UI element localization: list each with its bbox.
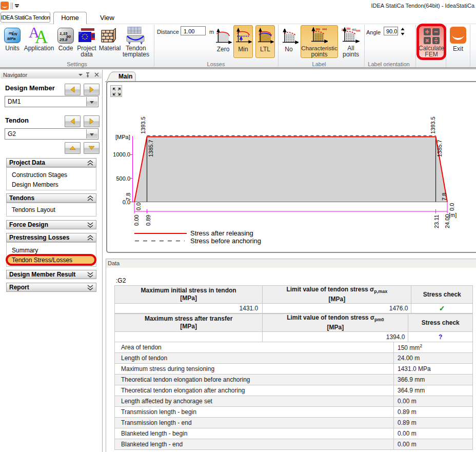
svg-text:389: 389: [346, 27, 351, 30]
svg-text:500.0: 500.0: [116, 175, 130, 182]
svg-text:1393.5: 1393.5: [430, 116, 436, 134]
svg-text:1393.5: 1393.5: [140, 116, 146, 134]
svg-text:Stress after releasing: Stress after releasing: [190, 229, 253, 237]
svg-text:kN: kN: [12, 32, 17, 36]
svg-text:0.0: 0.0: [135, 203, 142, 210]
svg-text:444: 444: [356, 29, 361, 32]
svg-text:MPa: MPa: [7, 36, 16, 41]
svg-text:[MPa]: [MPa]: [115, 134, 130, 140]
svg-text:0.89: 0.89: [145, 215, 151, 226]
svg-text:7.8: 7.8: [441, 193, 447, 201]
svg-text:1385.7: 1385.7: [148, 140, 154, 157]
svg-text:389: 389: [315, 28, 320, 31]
svg-text:24.00: 24.00: [444, 214, 450, 228]
svg-text:7.8: 7.8: [125, 193, 131, 201]
svg-text:25.8: 25.8: [59, 37, 68, 42]
svg-text:444: 444: [322, 28, 327, 31]
svg-text:0.0: 0.0: [449, 203, 455, 211]
svg-text:A: A: [35, 27, 48, 44]
svg-text:Stress before anchoring: Stress before anchoring: [190, 237, 261, 245]
svg-text:1385.7: 1385.7: [437, 140, 443, 157]
svg-text:1000.0: 1000.0: [113, 151, 130, 158]
svg-text:0.00: 0.00: [133, 215, 140, 226]
svg-text:23.11: 23.11: [433, 214, 440, 228]
